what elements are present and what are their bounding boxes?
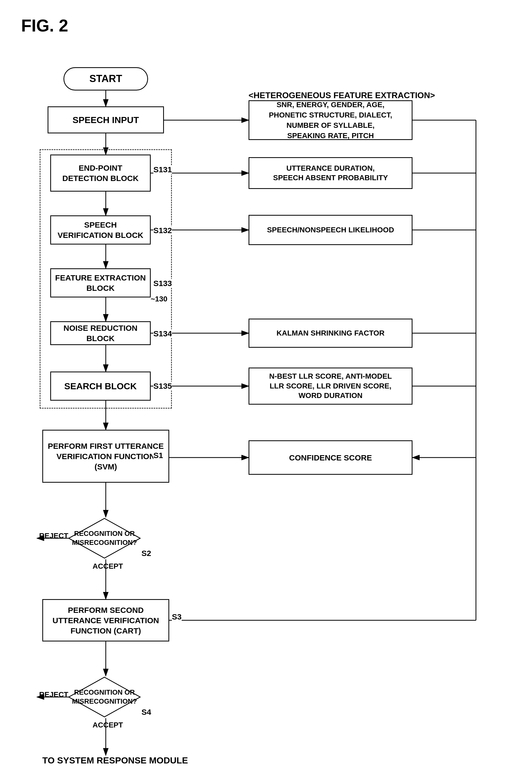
s135-label: S135 (153, 382, 172, 391)
search-box: SEARCH BLOCK (50, 372, 151, 401)
reject2-label: REJECT (39, 690, 68, 699)
heterogeneous-label: <HETEROGENEOUS FEATURE EXTRACTION> (249, 90, 435, 100)
s2-label: S2 (142, 549, 151, 558)
accept1-label: ACCEPT (93, 562, 123, 570)
noise-reduction-box: NOISE REDUCTION BLOCK (50, 321, 151, 345)
feature-extraction-box: FEATURE EXTRACTION BLOCK (50, 268, 151, 297)
end-point-box: END-POINT DETECTION BLOCK (50, 155, 151, 191)
diamond2: RECOGNITION ORMISRECOGNITION? (68, 676, 142, 718)
speech-nonspeech-box: SPEECH/NONSPEECH LIKELIHOOD (249, 215, 413, 245)
perform-second-box: PERFORM SECOND UTTERANCE VERIFICATION FU… (42, 599, 169, 641)
s130-label: ~130 (151, 295, 167, 303)
start-box: START (64, 67, 148, 90)
s4-label: S4 (142, 708, 151, 717)
kalman-box: KALMAN SHRINKING FACTOR (249, 319, 413, 348)
diamond1: RECOGNITION ORMISRECOGNITION? (68, 517, 142, 559)
s133-label: S133 (153, 279, 172, 288)
confidence-score-box: CONFIDENCE SCORE (249, 440, 413, 475)
perform-first-box: PERFORM FIRST UTTERANCE VERIFICATION FUN… (42, 430, 169, 483)
n-best-box: N-BEST LLR SCORE, ANTI-MODEL LLR SCORE, … (249, 368, 413, 405)
s131-label: S131 (153, 165, 172, 174)
speech-verif-box: SPEECH VERIFICATION BLOCK (50, 215, 151, 244)
utterance-duration-box: UTTERANCE DURATION, SPEECH ABSENT PROBAB… (249, 157, 413, 189)
reject1-label: REJECT (39, 532, 68, 540)
figure-title: FIG. 2 (21, 16, 511, 35)
speech-input-box: SPEECH INPUT (48, 106, 164, 133)
s132-label: S132 (153, 226, 172, 235)
accept2-label: ACCEPT (93, 721, 123, 729)
s3-label: S3 (172, 612, 182, 621)
s134-label: S134 (153, 329, 172, 338)
system-response-label: TO SYSTEM RESPONSE MODULE (42, 755, 188, 766)
s1-label: S1 (153, 451, 163, 460)
snr-box: SNR, ENERGY, GENDER, AGE, PHONETIC STRUC… (249, 100, 413, 140)
